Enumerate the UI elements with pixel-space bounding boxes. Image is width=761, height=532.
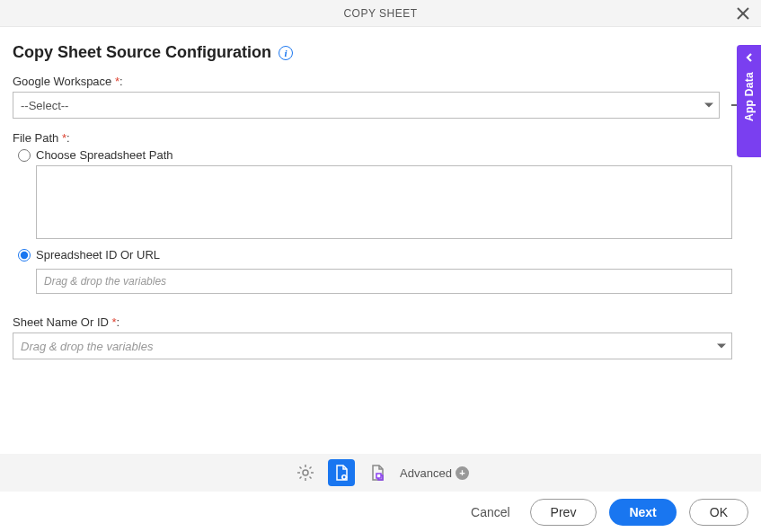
chevron-down-icon [704, 103, 713, 108]
radio-id-url-row: Spreadsheet ID Or URL [18, 248, 748, 262]
close-icon [737, 7, 749, 20]
sheetname-field: Sheet Name Or ID *: Drag & drop the vari… [13, 315, 748, 359]
document-copy-icon [368, 464, 386, 482]
close-button[interactable] [734, 4, 752, 22]
gear-icon [296, 464, 314, 482]
radio-choose-path[interactable] [18, 149, 31, 162]
app-data-panel-toggle[interactable]: App Data [737, 45, 761, 157]
page-title: Copy Sheet Source Configuration [13, 43, 271, 62]
chevron-left-icon [744, 52, 755, 63]
radio-choose-path-label: Choose Spreadsheet Path [36, 148, 173, 162]
bottom-toolbar: Advanced + [0, 454, 761, 492]
svg-rect-7 [376, 474, 381, 478]
workspace-field: Google Workspace *: --Select-- [13, 75, 748, 119]
prev-button[interactable]: Prev [530, 499, 597, 526]
dialog-title: COPY SHEET [343, 7, 417, 20]
main-content: Copy Sheet Source Configuration i Google… [0, 27, 761, 359]
dialog-footer: Cancel Prev Next OK [0, 492, 761, 532]
sheetname-placeholder: Drag & drop the variables [21, 340, 153, 353]
sheetname-label: Sheet Name Or ID *: [13, 315, 748, 329]
radio-id-url-label: Spreadsheet ID Or URL [36, 248, 160, 262]
radio-id-url[interactable] [18, 249, 31, 262]
workspace-select[interactable]: --Select-- [13, 92, 720, 119]
info-icon[interactable]: i [279, 46, 293, 60]
workspace-select-value: --Select-- [21, 99, 68, 112]
next-button[interactable]: Next [609, 499, 676, 526]
spreadsheet-id-input[interactable] [36, 269, 732, 294]
cancel-button[interactable]: Cancel [464, 500, 518, 525]
document-gear-icon [332, 464, 350, 482]
advanced-toggle[interactable]: Advanced + [400, 466, 469, 480]
sheetname-select[interactable]: Drag & drop the variables [13, 332, 732, 359]
settings-tool[interactable] [292, 459, 319, 486]
radio-choose-path-row: Choose Spreadsheet Path [18, 148, 748, 162]
filepath-field: File Path *: Choose Spreadsheet Path Spr… [13, 131, 748, 303]
chevron-down-icon [717, 344, 726, 349]
advanced-label-text: Advanced [400, 466, 452, 480]
page-title-row: Copy Sheet Source Configuration i [13, 43, 748, 62]
spreadsheet-path-box[interactable] [36, 165, 732, 239]
filepath-label: File Path *: [13, 131, 748, 145]
workspace-select-row: --Select-- [13, 92, 748, 119]
document-copy-tool[interactable] [364, 459, 391, 486]
app-data-label: App Data [743, 72, 756, 121]
document-config-tool[interactable] [328, 459, 355, 486]
ok-button[interactable]: OK [689, 499, 748, 526]
svg-point-4 [303, 470, 308, 475]
plus-circle-icon: + [456, 466, 469, 480]
workspace-label: Google Workspace *: [13, 75, 748, 88]
dialog-header: COPY SHEET [0, 0, 761, 27]
